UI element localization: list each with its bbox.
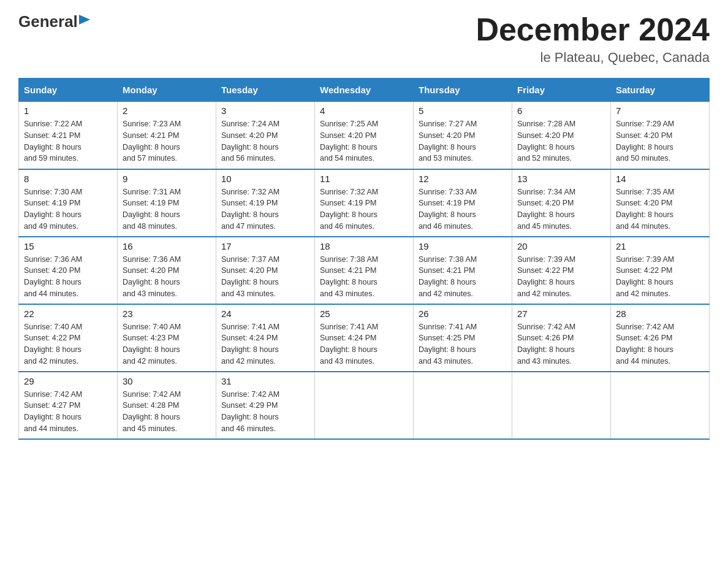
day-number: 8 bbox=[24, 174, 112, 184]
day-number: 16 bbox=[123, 241, 211, 251]
table-row bbox=[512, 372, 611, 439]
day-info: Sunrise: 7:42 AM Sunset: 4:29 PM Dayligh… bbox=[221, 389, 309, 435]
table-row: 10 Sunrise: 7:32 AM Sunset: 4:19 PM Dayl… bbox=[216, 169, 315, 237]
day-number: 23 bbox=[123, 308, 211, 319]
svg-marker-0 bbox=[79, 15, 90, 25]
day-number: 13 bbox=[517, 174, 605, 184]
day-info: Sunrise: 7:33 AM Sunset: 4:19 PM Dayligh… bbox=[419, 186, 507, 232]
day-number: 18 bbox=[320, 241, 408, 251]
header-sunday: Sunday bbox=[19, 79, 118, 102]
day-number: 2 bbox=[123, 105, 211, 116]
calendar-week-row: 29 Sunrise: 7:42 AM Sunset: 4:27 PM Dayl… bbox=[19, 372, 710, 439]
day-number: 11 bbox=[320, 174, 408, 184]
day-number: 25 bbox=[320, 308, 408, 319]
day-info: Sunrise: 7:30 AM Sunset: 4:19 PM Dayligh… bbox=[24, 186, 112, 232]
logo-flag-icon bbox=[79, 12, 90, 31]
day-number: 3 bbox=[221, 105, 309, 116]
month-year-title: December 2024 bbox=[476, 12, 710, 47]
day-info: Sunrise: 7:41 AM Sunset: 4:24 PM Dayligh… bbox=[221, 321, 309, 367]
header-monday: Monday bbox=[118, 79, 216, 102]
table-row bbox=[315, 372, 414, 439]
day-info: Sunrise: 7:38 AM Sunset: 4:21 PM Dayligh… bbox=[320, 254, 408, 300]
table-row: 13 Sunrise: 7:34 AM Sunset: 4:20 PM Dayl… bbox=[512, 169, 611, 237]
day-info: Sunrise: 7:40 AM Sunset: 4:22 PM Dayligh… bbox=[24, 321, 112, 367]
table-row: 27 Sunrise: 7:42 AM Sunset: 4:26 PM Dayl… bbox=[512, 304, 611, 372]
day-info: Sunrise: 7:32 AM Sunset: 4:19 PM Dayligh… bbox=[221, 186, 309, 232]
table-row: 19 Sunrise: 7:38 AM Sunset: 4:21 PM Dayl… bbox=[414, 237, 512, 304]
table-row: 4 Sunrise: 7:25 AM Sunset: 4:20 PM Dayli… bbox=[315, 102, 414, 169]
day-info: Sunrise: 7:23 AM Sunset: 4:21 PM Dayligh… bbox=[123, 118, 211, 164]
day-info: Sunrise: 7:38 AM Sunset: 4:21 PM Dayligh… bbox=[419, 254, 507, 300]
day-info: Sunrise: 7:39 AM Sunset: 4:22 PM Dayligh… bbox=[616, 254, 704, 300]
day-number: 29 bbox=[24, 376, 112, 386]
day-info: Sunrise: 7:29 AM Sunset: 4:20 PM Dayligh… bbox=[616, 118, 704, 164]
day-number: 15 bbox=[24, 241, 112, 251]
table-row bbox=[611, 372, 710, 439]
day-info: Sunrise: 7:24 AM Sunset: 4:20 PM Dayligh… bbox=[221, 118, 309, 164]
header-friday: Friday bbox=[512, 79, 611, 102]
logo-wordmark: General bbox=[18, 12, 90, 31]
day-number: 19 bbox=[419, 241, 507, 251]
day-info: Sunrise: 7:34 AM Sunset: 4:20 PM Dayligh… bbox=[517, 186, 605, 232]
header-tuesday: Tuesday bbox=[216, 79, 315, 102]
day-number: 26 bbox=[419, 308, 507, 319]
table-row: 18 Sunrise: 7:38 AM Sunset: 4:21 PM Dayl… bbox=[315, 237, 414, 304]
calendar-week-row: 1 Sunrise: 7:22 AM Sunset: 4:21 PM Dayli… bbox=[19, 102, 710, 169]
location-subtitle: le Plateau, Quebec, Canada bbox=[476, 50, 710, 66]
day-info: Sunrise: 7:25 AM Sunset: 4:20 PM Dayligh… bbox=[320, 118, 408, 164]
day-number: 30 bbox=[123, 376, 211, 386]
day-number: 12 bbox=[419, 174, 507, 184]
day-number: 21 bbox=[616, 241, 704, 251]
header-thursday: Thursday bbox=[414, 79, 512, 102]
calendar-header-row: Sunday Monday Tuesday Wednesday Thursday… bbox=[19, 79, 710, 102]
day-info: Sunrise: 7:22 AM Sunset: 4:21 PM Dayligh… bbox=[24, 118, 112, 164]
day-number: 9 bbox=[123, 174, 211, 184]
table-row: 20 Sunrise: 7:39 AM Sunset: 4:22 PM Dayl… bbox=[512, 237, 611, 304]
table-row: 12 Sunrise: 7:33 AM Sunset: 4:19 PM Dayl… bbox=[414, 169, 512, 237]
day-number: 10 bbox=[221, 174, 309, 184]
calendar-week-row: 15 Sunrise: 7:36 AM Sunset: 4:20 PM Dayl… bbox=[19, 237, 710, 304]
table-row: 5 Sunrise: 7:27 AM Sunset: 4:20 PM Dayli… bbox=[414, 102, 512, 169]
table-row: 21 Sunrise: 7:39 AM Sunset: 4:22 PM Dayl… bbox=[611, 237, 710, 304]
table-row: 31 Sunrise: 7:42 AM Sunset: 4:29 PM Dayl… bbox=[216, 372, 315, 439]
table-row: 7 Sunrise: 7:29 AM Sunset: 4:20 PM Dayli… bbox=[611, 102, 710, 169]
day-info: Sunrise: 7:41 AM Sunset: 4:24 PM Dayligh… bbox=[320, 321, 408, 367]
table-row: 29 Sunrise: 7:42 AM Sunset: 4:27 PM Dayl… bbox=[19, 372, 118, 439]
day-info: Sunrise: 7:32 AM Sunset: 4:19 PM Dayligh… bbox=[320, 186, 408, 232]
table-row: 25 Sunrise: 7:41 AM Sunset: 4:24 PM Dayl… bbox=[315, 304, 414, 372]
title-section: December 2024 le Plateau, Quebec, Canada bbox=[476, 12, 710, 66]
day-info: Sunrise: 7:42 AM Sunset: 4:26 PM Dayligh… bbox=[616, 321, 704, 367]
day-number: 4 bbox=[320, 105, 408, 116]
day-info: Sunrise: 7:31 AM Sunset: 4:19 PM Dayligh… bbox=[123, 186, 211, 232]
table-row: 16 Sunrise: 7:36 AM Sunset: 4:20 PM Dayl… bbox=[118, 237, 216, 304]
table-row: 24 Sunrise: 7:41 AM Sunset: 4:24 PM Dayl… bbox=[216, 304, 315, 372]
table-row: 28 Sunrise: 7:42 AM Sunset: 4:26 PM Dayl… bbox=[611, 304, 710, 372]
header-wednesday: Wednesday bbox=[315, 79, 414, 102]
table-row: 15 Sunrise: 7:36 AM Sunset: 4:20 PM Dayl… bbox=[19, 237, 118, 304]
table-row: 11 Sunrise: 7:32 AM Sunset: 4:19 PM Dayl… bbox=[315, 169, 414, 237]
page-header: General Blue December 2024 le Plateau, Q… bbox=[18, 12, 710, 66]
day-number: 1 bbox=[24, 105, 112, 116]
day-number: 6 bbox=[517, 105, 605, 116]
table-row: 14 Sunrise: 7:35 AM Sunset: 4:20 PM Dayl… bbox=[611, 169, 710, 237]
table-row: 17 Sunrise: 7:37 AM Sunset: 4:20 PM Dayl… bbox=[216, 237, 315, 304]
day-info: Sunrise: 7:36 AM Sunset: 4:20 PM Dayligh… bbox=[123, 254, 211, 300]
day-info: Sunrise: 7:27 AM Sunset: 4:20 PM Dayligh… bbox=[419, 118, 507, 164]
day-info: Sunrise: 7:41 AM Sunset: 4:25 PM Dayligh… bbox=[419, 321, 507, 367]
day-info: Sunrise: 7:35 AM Sunset: 4:20 PM Dayligh… bbox=[616, 186, 704, 232]
day-number: 22 bbox=[24, 308, 112, 319]
table-row: 8 Sunrise: 7:30 AM Sunset: 4:19 PM Dayli… bbox=[19, 169, 118, 237]
day-number: 27 bbox=[517, 308, 605, 319]
day-info: Sunrise: 7:39 AM Sunset: 4:22 PM Dayligh… bbox=[517, 254, 605, 300]
day-number: 17 bbox=[221, 241, 309, 251]
day-info: Sunrise: 7:42 AM Sunset: 4:28 PM Dayligh… bbox=[123, 389, 211, 435]
day-info: Sunrise: 7:37 AM Sunset: 4:20 PM Dayligh… bbox=[221, 254, 309, 300]
day-number: 14 bbox=[616, 174, 704, 184]
logo: General Blue bbox=[18, 12, 129, 31]
table-row bbox=[414, 372, 512, 439]
calendar-table: Sunday Monday Tuesday Wednesday Thursday… bbox=[18, 78, 710, 440]
logo-general-word: General bbox=[18, 12, 78, 31]
day-number: 5 bbox=[419, 105, 507, 116]
table-row: 22 Sunrise: 7:40 AM Sunset: 4:22 PM Dayl… bbox=[19, 304, 118, 372]
calendar-week-row: 22 Sunrise: 7:40 AM Sunset: 4:22 PM Dayl… bbox=[19, 304, 710, 372]
